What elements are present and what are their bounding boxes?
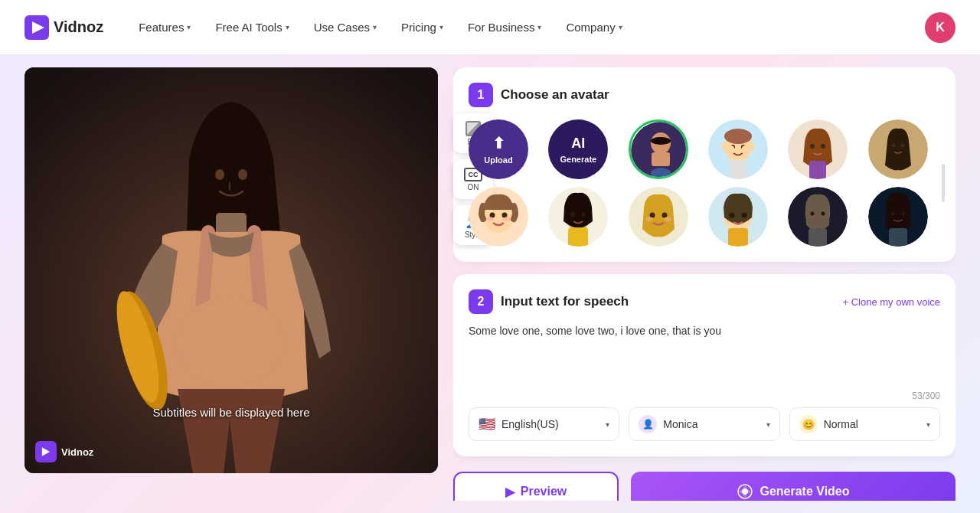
- svg-rect-20: [730, 160, 746, 179]
- voice-dropdown[interactable]: 👤 Monica ▾: [629, 407, 779, 441]
- svg-point-9: [238, 169, 247, 180]
- tone-left: 😊 Normal: [799, 415, 858, 433]
- svg-point-7: [176, 297, 283, 389]
- generate-label: Generate: [560, 155, 596, 164]
- svg-rect-40: [568, 227, 588, 247]
- svg-point-54: [811, 212, 815, 216]
- section1-title: Choose an avatar: [501, 87, 609, 103]
- step2-badge: 2: [469, 289, 493, 314]
- video-logo-icon: [35, 441, 57, 462]
- avatar-item-11[interactable]: [788, 187, 848, 247]
- svg-point-45: [645, 217, 653, 221]
- chevron-down-icon: ▾: [373, 23, 377, 31]
- svg-rect-51: [728, 228, 748, 247]
- svg-rect-65: [740, 490, 750, 493]
- section1-header: 1 Choose an avatar: [469, 83, 940, 107]
- dropdowns-row: 🇺🇸 English(US) ▾ 👤 Monica ▾ 😊: [469, 407, 940, 441]
- avatar-item-4[interactable]: [708, 119, 768, 179]
- avatar-generate-button[interactable]: AI Generate: [548, 119, 608, 179]
- svg-rect-25: [809, 161, 826, 179]
- chevron-down-icon: ▾: [537, 23, 541, 31]
- voice-chevron-icon: ▾: [766, 420, 770, 429]
- right-panel: 1 Choose an avatar ⬆ Upload AI Generate: [453, 67, 956, 501]
- bottom-buttons: ▶ Preview Generate Video: [453, 472, 956, 501]
- svg-point-50: [742, 213, 747, 218]
- avatar-item-7[interactable]: [469, 187, 528, 247]
- svg-point-46: [664, 217, 671, 221]
- video-panel: Subtitles will be displayed here Vidnoz: [24, 67, 438, 473]
- tone-dropdown[interactable]: 😊 Normal ▾: [789, 407, 940, 441]
- avatar-item-10[interactable]: [708, 187, 768, 247]
- flag-icon: 🇺🇸: [479, 416, 495, 433]
- chevron-down-icon: ▾: [439, 23, 443, 31]
- avatar-upload-button[interactable]: ⬆ Upload: [469, 119, 528, 179]
- svg-rect-61: [889, 228, 907, 247]
- generate-video-button[interactable]: Generate Video: [631, 472, 956, 501]
- section2-title-group: 2 Input text for speech: [469, 289, 629, 314]
- user-avatar[interactable]: K: [925, 12, 956, 43]
- scroll-indicator: [942, 164, 945, 202]
- nav-use-cases[interactable]: Use Cases ▾: [303, 15, 387, 40]
- avatar-item-9[interactable]: [629, 187, 688, 247]
- clone-voice-link[interactable]: + Clone my own voice: [842, 296, 940, 308]
- language-chevron-icon: ▾: [606, 420, 609, 429]
- avatar-section: 1 Choose an avatar ⬆ Upload AI Generate: [453, 67, 956, 262]
- svg-point-38: [570, 212, 575, 217]
- logo[interactable]: Vidnoz: [24, 15, 103, 40]
- chevron-down-icon: ▾: [286, 23, 289, 31]
- preview-play-icon: ▶: [505, 485, 514, 499]
- nav-company[interactable]: Company ▾: [555, 15, 632, 40]
- svg-point-39: [581, 212, 586, 217]
- tone-chevron-icon: ▾: [926, 420, 930, 429]
- avatar-item-12[interactable]: [868, 187, 928, 247]
- section2-title: Input text for speech: [501, 294, 629, 309]
- svg-point-29: [900, 144, 904, 148]
- voice-avatar-icon: 👤: [639, 415, 657, 433]
- voice-label: Monica: [663, 418, 697, 430]
- section2-header: 2 Input text for speech + Clone my own v…: [469, 289, 940, 314]
- main-content: Subtitles will be displayed here Vidnoz …: [0, 55, 980, 513]
- language-dropdown[interactable]: 🇺🇸 English(US) ▾: [469, 407, 619, 441]
- svg-point-60: [901, 212, 905, 216]
- svg-point-28: [891, 144, 895, 148]
- chevron-down-icon: ▾: [619, 23, 622, 31]
- upload-icon: ⬆: [492, 134, 505, 152]
- avatar-item-3[interactable]: [629, 119, 688, 179]
- language-left: 🇺🇸 English(US): [479, 416, 559, 433]
- tone-label: Normal: [824, 418, 858, 430]
- svg-point-49: [730, 213, 735, 218]
- avatar-item-8[interactable]: [548, 187, 608, 247]
- svg-point-59: [890, 212, 894, 216]
- svg-point-55: [822, 212, 825, 216]
- nav-free-ai-tools[interactable]: Free AI Tools ▾: [204, 15, 299, 40]
- generate-video-icon: [737, 483, 753, 500]
- speech-textarea[interactable]: [469, 323, 940, 384]
- tone-emoji-icon: 😊: [799, 415, 818, 433]
- step1-badge: 1: [469, 83, 493, 107]
- speech-section: 2 Input text for speech + Clone my own v…: [453, 274, 956, 456]
- logo-text: Vidnoz: [54, 18, 103, 36]
- avatar-grid: ⬆ Upload AI Generate: [469, 119, 940, 247]
- chevron-down-icon: ▾: [187, 23, 191, 31]
- svg-point-8: [215, 169, 224, 180]
- avatar-item-6[interactable]: [868, 119, 928, 179]
- speech-input-wrapper: 53/300: [469, 323, 940, 401]
- nav-for-business[interactable]: For Business ▾: [457, 15, 553, 40]
- nav-features[interactable]: Features ▾: [128, 15, 201, 40]
- svg-marker-10: [42, 447, 50, 456]
- avatar-item-5[interactable]: [788, 119, 848, 179]
- svg-rect-13: [652, 152, 670, 166]
- svg-point-23: [810, 144, 815, 149]
- svg-point-24: [821, 144, 825, 149]
- video-logo-label: Vidnoz: [61, 446, 93, 458]
- video-logo: Vidnoz: [35, 441, 93, 462]
- voice-left: 👤 Monica: [639, 415, 697, 433]
- svg-point-34: [486, 217, 494, 221]
- nav-pricing[interactable]: Pricing ▾: [390, 15, 454, 40]
- ai-label: AI: [571, 136, 585, 152]
- svg-point-35: [503, 217, 511, 221]
- svg-point-17: [724, 129, 752, 144]
- avatar-grid-container: ⬆ Upload AI Generate: [469, 119, 940, 247]
- preview-button[interactable]: ▶ Preview: [453, 472, 619, 501]
- svg-point-14: [651, 137, 671, 145]
